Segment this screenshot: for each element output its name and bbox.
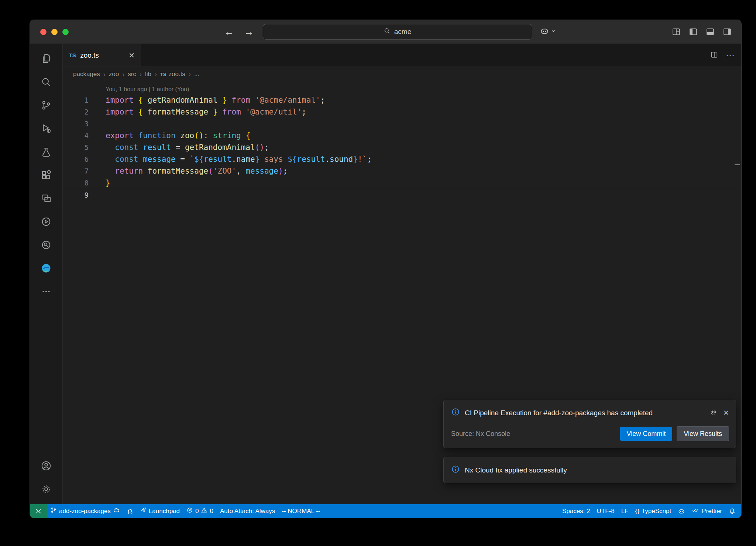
code-line[interactable]: 6 const message = `${result.name} says $… — [63, 153, 741, 165]
testing-icon[interactable] — [30, 140, 62, 163]
explorer-icon[interactable] — [30, 47, 62, 70]
code-line[interactable]: 4export function zoo(): string { — [63, 130, 741, 141]
toggle-secondary-sidebar-icon[interactable] — [723, 27, 732, 36]
code-line[interactable]: 2import { formatMessage } from '@acme/ut… — [63, 106, 741, 118]
line-number: 4 — [63, 130, 106, 141]
line-number: 5 — [63, 141, 106, 153]
code-line[interactable]: 8} — [63, 177, 741, 189]
breadcrumb-separator-icon: › — [103, 71, 106, 78]
editor-more-actions-icon[interactable]: ⋯ — [726, 50, 735, 61]
view-commit-button[interactable]: View Commit — [620, 427, 673, 441]
edge-devtools-icon[interactable] — [30, 256, 62, 280]
eol-item[interactable]: LF — [618, 504, 632, 518]
breadcrumb-item[interactable]: zoo — [109, 71, 119, 78]
breadcrumb-separator-icon: › — [140, 71, 142, 78]
formatter-item[interactable]: Prettier — [688, 504, 725, 518]
breadcrumb-item[interactable]: lib — [145, 71, 151, 78]
vim-mode-label: -- NORMAL -- — [282, 508, 320, 515]
remote-explorer-icon[interactable] — [30, 187, 62, 210]
search-sidebar-icon[interactable] — [30, 70, 62, 93]
settings-gear-icon[interactable] — [30, 477, 62, 501]
code-line[interactable]: 1import { getRandomAnimal } from '@acme/… — [63, 94, 741, 106]
minimize-window-button[interactable] — [51, 29, 58, 35]
git-branch-item[interactable]: add-zoo-packages — [47, 504, 123, 518]
notifications-bell-item[interactable] — [725, 504, 739, 518]
copilot-icon — [540, 26, 549, 37]
code-line[interactable]: 3 — [63, 118, 741, 130]
code-line[interactable]: 5 const result = getRandomAnimal(); — [63, 141, 741, 153]
overview-ruler-mark — [735, 164, 740, 165]
notification-message: Nx Cloud fix applied successfully — [465, 466, 567, 474]
line-number: 8 — [63, 177, 106, 189]
copilot-status-item[interactable] — [674, 504, 688, 518]
view-results-button[interactable]: View Results — [677, 426, 729, 441]
breadcrumb-separator-icon: › — [155, 71, 157, 78]
breadcrumb-item[interactable]: ... — [194, 71, 199, 78]
remote-indicator[interactable] — [30, 504, 47, 518]
notification-source: Source: Nx Console — [451, 430, 616, 438]
code-line[interactable]: 9 — [63, 189, 741, 201]
tab-zoo-ts[interactable]: TS zoo.ts ✕ — [63, 44, 141, 66]
vim-mode-item[interactable]: -- NORMAL -- — [278, 504, 323, 518]
launchpad-label: Launchpad — [149, 508, 180, 515]
navigate-back-button[interactable]: ← — [223, 26, 236, 37]
warning-icon — [201, 507, 207, 515]
source-control-icon[interactable] — [30, 93, 62, 117]
warning-count: 0 — [210, 508, 213, 515]
customize-layout-icon[interactable] — [672, 27, 681, 36]
cloud-sync-icon — [113, 507, 120, 516]
problems-item[interactable]: 0 0 — [183, 504, 217, 518]
account-icon[interactable] — [30, 454, 62, 477]
line-number: 1 — [63, 94, 106, 106]
run-debug-icon[interactable] — [30, 117, 62, 140]
search-query-text: acme — [394, 28, 411, 36]
breadcrumb-separator-icon: › — [122, 71, 124, 78]
formatter-label: Prettier — [702, 508, 722, 515]
close-tab-icon[interactable]: ✕ — [128, 51, 135, 60]
tab-label: zoo.ts — [80, 51, 99, 59]
git-blame-annotation[interactable]: You, 1 hour ago | 1 author (You) — [106, 85, 741, 94]
play-circle-icon[interactable] — [30, 210, 62, 233]
breadcrumb: packages›zoo›src›lib›TSzoo.ts›... — [63, 67, 741, 82]
extensions-icon[interactable] — [30, 163, 62, 187]
more-views-icon[interactable] — [30, 280, 62, 303]
eol-label: LF — [621, 508, 629, 515]
line-number: 7 — [63, 165, 106, 177]
double-check-icon — [692, 507, 700, 515]
toggle-primary-sidebar-icon[interactable] — [689, 27, 698, 36]
auto-attach-item[interactable]: Auto Attach: Always — [217, 504, 278, 518]
notification-settings-gear-icon[interactable] — [709, 408, 717, 417]
split-editor-icon[interactable] — [710, 51, 718, 60]
zoom-window-button[interactable] — [62, 29, 69, 35]
typescript-file-icon: TS — [69, 52, 76, 58]
breadcrumb-item[interactable]: TSzoo.ts — [160, 71, 185, 78]
indentation-item[interactable]: Spaces: 2 — [559, 504, 594, 518]
line-number: 6 — [63, 153, 106, 165]
launchpad-item[interactable]: Launchpad — [137, 504, 183, 518]
navigate-forward-button[interactable]: → — [243, 26, 255, 37]
code-lines: 1import { getRandomAnimal } from '@acme/… — [63, 94, 741, 201]
pull-request-item[interactable] — [123, 504, 137, 518]
language-mode-item[interactable]: {} TypeScript — [632, 504, 675, 518]
code-line[interactable]: 7 return formatMessage('ZOO', message); — [63, 165, 741, 177]
auto-attach-label: Auto Attach: Always — [220, 508, 275, 515]
encoding-item[interactable]: UTF-8 — [594, 504, 618, 518]
breadcrumb-item[interactable]: packages — [73, 71, 100, 78]
search-icon — [384, 27, 391, 36]
rocket-icon — [140, 507, 147, 515]
copilot-menu-button[interactable] — [540, 26, 556, 37]
line-number: 3 — [63, 118, 106, 130]
notification-close-icon[interactable]: ✕ — [723, 409, 729, 416]
chevron-down-icon — [551, 28, 556, 35]
close-window-button[interactable] — [40, 29, 47, 35]
command-center-search[interactable]: acme — [263, 24, 532, 40]
error-count: 0 — [195, 508, 199, 515]
breadcrumb-item[interactable]: src — [128, 71, 136, 78]
toggle-panel-icon[interactable] — [706, 27, 715, 36]
title-bar: ← → acme — [30, 20, 741, 44]
tab-bar: TS zoo.ts ✕ ⋯ — [63, 44, 741, 67]
line-number: 9 — [63, 189, 106, 201]
live-preview-icon[interactable] — [30, 233, 62, 256]
window-controls — [30, 29, 107, 35]
notification-nx-cloud: Nx Cloud fix applied successfully — [443, 457, 736, 483]
